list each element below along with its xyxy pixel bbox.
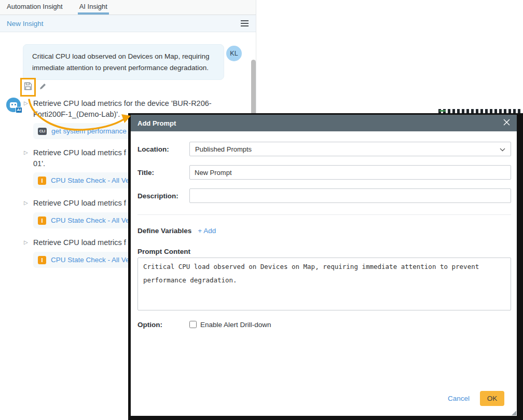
user-avatar: KL — [226, 46, 242, 61]
dialog-title: Add Prompt — [137, 119, 176, 127]
hamburger-icon[interactable] — [241, 20, 249, 26]
add-variable-link[interactable]: + Add — [198, 227, 216, 235]
caret-right-icon[interactable]: ▷ — [24, 150, 28, 155]
cancel-button[interactable]: Cancel — [448, 395, 470, 402]
chevron-down-icon — [500, 145, 505, 153]
enable-alert-drilldown-checkbox[interactable] — [189, 321, 197, 328]
tool-link[interactable]: CPU State Check - All Ve... — [51, 216, 135, 224]
resize-grip[interactable] — [512, 411, 516, 415]
tool-link[interactable]: CPU State Check - All Ve... — [51, 177, 135, 184]
location-value: Published Prompts — [195, 145, 252, 153]
description-label: Description: — [137, 192, 189, 200]
location-select[interactable]: Published Prompts — [189, 142, 511, 156]
option-label: Option: — [137, 321, 189, 329]
location-label: Location: — [137, 145, 189, 153]
clipped-background-content — [438, 109, 521, 113]
caret-right-icon[interactable]: ▷ — [24, 100, 28, 106]
tab-automation-insight[interactable]: Automation Insight — [5, 0, 64, 15]
caret-right-icon[interactable]: ▷ — [24, 239, 28, 245]
define-variables-label: Define Variables — [137, 227, 191, 235]
info-badge: I — [38, 216, 46, 225]
close-icon[interactable] — [503, 118, 510, 128]
ai-avatar: AI — [6, 98, 21, 112]
title-input[interactable] — [189, 165, 511, 180]
description-input[interactable] — [189, 188, 511, 203]
info-badge: I — [38, 177, 46, 185]
annotation-highlight-box — [20, 78, 36, 97]
insight-title: New Insight — [7, 20, 44, 28]
tab-ai-insight[interactable]: AI Insight — [78, 0, 109, 15]
ai-badge: AI — [16, 107, 23, 113]
user-message-bubble: Critical CPU load observed on Devices on… — [23, 44, 224, 80]
insight-toolbar: New Insight — [0, 15, 256, 32]
enable-alert-drilldown-label: Enable Alert Drill-down — [200, 321, 271, 329]
prompt-content-textarea[interactable]: Critical CPU load observed on Devices on… — [137, 258, 511, 310]
tool-link[interactable]: get system performance ... — [51, 127, 134, 135]
cli-badge: CLI — [38, 128, 47, 135]
tool-link[interactable]: CPU State Check - All Ve... — [51, 256, 135, 264]
screen: Automation Insight AI Insight New Insigh… — [0, 0, 523, 420]
save-icon[interactable] — [24, 82, 32, 92]
title-label: Title: — [137, 169, 189, 177]
tab-bar: Automation Insight AI Insight — [0, 0, 256, 15]
dialog-header[interactable]: Add Prompt — [131, 115, 517, 131]
ok-button[interactable]: OK — [480, 391, 504, 406]
prompt-content-label: Prompt Content — [137, 248, 190, 255]
dialog-body: Location: Published Prompts Title: Descr… — [131, 131, 517, 416]
info-badge: I — [38, 256, 46, 264]
add-prompt-dialog: Add Prompt Location: Published Prompts T… — [128, 113, 523, 420]
edit-icon[interactable] — [39, 83, 47, 92]
caret-right-icon[interactable]: ▷ — [24, 200, 28, 206]
section-divider — [137, 214, 511, 215]
